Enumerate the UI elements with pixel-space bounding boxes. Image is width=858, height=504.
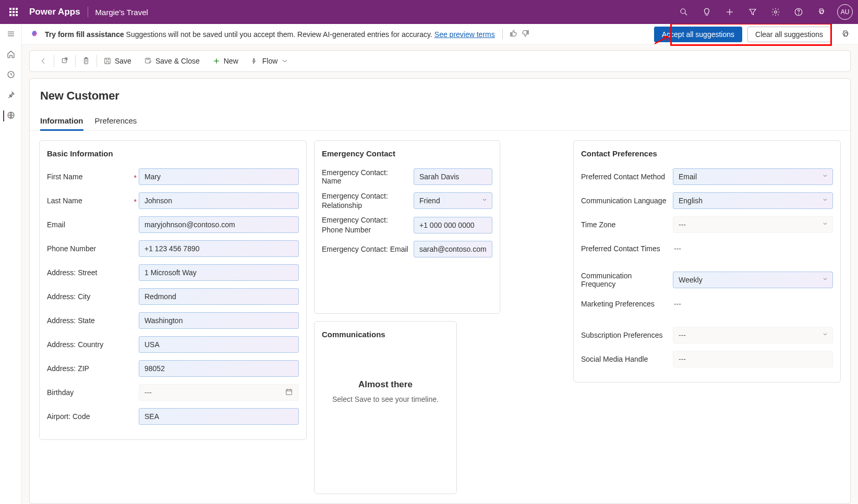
- times-label: Preferred Contact Times: [581, 244, 673, 253]
- flow-button[interactable]: Flow: [245, 50, 296, 72]
- last-name-input[interactable]: Johnson: [139, 192, 299, 209]
- times-value[interactable]: ---: [673, 244, 833, 253]
- save-close-label: Save & Close: [155, 57, 200, 65]
- suggestion-banner: Try form fill assistance Suggestions wil…: [22, 24, 858, 45]
- copilot-top-icon[interactable]: [811, 0, 832, 24]
- lightbulb-icon[interactable]: [696, 0, 717, 24]
- help-icon[interactable]: [788, 0, 809, 24]
- airport-label: Airport: Code: [47, 412, 139, 421]
- home-icon[interactable]: [6, 50, 16, 60]
- save-button[interactable]: Save: [97, 50, 138, 72]
- waffle-icon: [9, 8, 18, 16]
- app-launcher[interactable]: [5, 4, 22, 20]
- country-label: Address: Country: [47, 340, 139, 349]
- lang-label: Communication Language: [581, 196, 673, 205]
- email-label: Email: [47, 220, 139, 229]
- save-label: Save: [115, 57, 131, 65]
- ec-name-input[interactable]: Sarah Davis: [414, 168, 492, 185]
- copilot-side-icon[interactable]: [840, 29, 851, 41]
- zip-input[interactable]: 98052: [139, 360, 299, 377]
- social-label: Social Media Handle: [581, 355, 673, 363]
- top-actions: AU: [673, 0, 853, 24]
- social-input[interactable]: ---: [673, 351, 833, 367]
- state-label: Address: State: [47, 316, 139, 325]
- marketing-value[interactable]: ---: [673, 300, 833, 308]
- communications-panel: Communications Almost there Select Save …: [314, 321, 457, 495]
- phone-label: Phone Number: [47, 244, 139, 253]
- tab-bar: Information Preferences: [30, 116, 850, 131]
- ec-phone-input[interactable]: +1 000 000 0000: [414, 217, 492, 233]
- banner-bold: Try form fill assistance: [45, 30, 124, 39]
- subs-select[interactable]: ---: [673, 327, 833, 343]
- emergency-panel: Emergency Contact Emergency Contact: Nam…: [314, 140, 500, 314]
- back-button[interactable]: [33, 50, 54, 72]
- banner-link[interactable]: See preview terms: [434, 30, 495, 39]
- flow-label: Flow: [262, 57, 278, 65]
- ec-phone-label: Emergency Contact: Phone Number: [322, 215, 414, 234]
- save-close-button[interactable]: Save & Close: [138, 50, 206, 72]
- method-select[interactable]: Email: [673, 168, 833, 185]
- chevron-down-icon: [822, 172, 828, 180]
- empty-title: Almost there: [332, 379, 439, 390]
- hamburger-icon[interactable]: [6, 29, 16, 40]
- tab-preferences[interactable]: Preferences: [95, 116, 137, 130]
- ec-name-label: Emergency Contact: Name: [322, 168, 414, 185]
- new-button[interactable]: New: [206, 50, 245, 72]
- last-name-label: Last Name: [47, 196, 139, 205]
- open-new-window-button[interactable]: [54, 50, 75, 72]
- phone-input[interactable]: +1 123 456 7890: [139, 240, 299, 257]
- command-bar: Save Save & Close New Flow: [29, 50, 851, 72]
- banner-text: Try form fill assistance Suggestions wil…: [45, 30, 495, 39]
- clear-all-button[interactable]: Clear all suggestions: [747, 27, 831, 42]
- accept-all-button[interactable]: Accept all suggestions: [654, 27, 742, 42]
- lang-select[interactable]: English: [673, 192, 833, 209]
- svg-rect-20: [286, 389, 292, 395]
- email-input[interactable]: maryjohnson@contoso.com: [139, 216, 299, 233]
- user-avatar[interactable]: AU: [837, 4, 853, 20]
- city-label: Address: City: [47, 292, 139, 301]
- prefs-title: Contact Preferences: [581, 149, 833, 158]
- method-label: Preferred Contact Method: [581, 173, 673, 181]
- copilot-icon: [29, 29, 40, 40]
- add-icon[interactable]: [719, 0, 740, 24]
- svg-line-1: [685, 13, 687, 15]
- airport-input[interactable]: SEA: [139, 408, 299, 425]
- street-input[interactable]: 1 Microsoft Way: [139, 264, 299, 281]
- ec-email-input[interactable]: sarah@contoso.com: [414, 241, 492, 257]
- clipboard-button[interactable]: [76, 50, 96, 72]
- globe-icon[interactable]: [3, 110, 16, 121]
- thumbs-down-icon[interactable]: [522, 29, 530, 39]
- country-input[interactable]: USA: [139, 336, 299, 353]
- chevron-down-icon: [822, 275, 828, 284]
- birthday-input[interactable]: ---: [139, 384, 299, 401]
- ec-rel-label: Emergency Contact: Relationship: [322, 191, 414, 210]
- freq-select[interactable]: Weekly: [673, 272, 833, 288]
- banner-msg: Suggestions will not be saved until you …: [124, 30, 434, 39]
- communications-title: Communications: [322, 330, 449, 339]
- state-input[interactable]: Washington: [139, 312, 299, 329]
- tz-select[interactable]: ---: [673, 216, 833, 233]
- first-name-input[interactable]: Mary: [139, 168, 299, 185]
- settings-icon[interactable]: [765, 0, 786, 24]
- ec-rel-select[interactable]: Friend: [414, 192, 492, 209]
- subs-label: Subscription Preferences: [581, 331, 673, 339]
- new-label: New: [224, 57, 238, 65]
- search-icon[interactable]: [673, 0, 694, 24]
- prefs-panel: Contact Preferences Preferred Contact Me…: [573, 140, 841, 383]
- tz-label: Time Zone: [581, 220, 673, 229]
- calendar-icon[interactable]: [285, 388, 293, 398]
- filter-icon[interactable]: [742, 0, 763, 24]
- svg-point-0: [681, 9, 685, 14]
- pin-icon[interactable]: [6, 90, 16, 101]
- chevron-down-icon: [481, 196, 488, 204]
- city-input[interactable]: Redmond: [139, 288, 299, 305]
- recent-icon[interactable]: [6, 70, 16, 81]
- basic-info-title: Basic Information: [47, 149, 299, 158]
- environment-name[interactable]: Margie's Travel: [95, 8, 148, 17]
- thumbs-up-icon[interactable]: [509, 29, 517, 39]
- separator: [88, 7, 88, 17]
- chevron-down-icon: [822, 220, 828, 228]
- topbar: Power Apps Margie's Travel AU: [0, 0, 858, 24]
- chevron-down-icon: [822, 196, 828, 204]
- tab-information[interactable]: Information: [40, 116, 83, 130]
